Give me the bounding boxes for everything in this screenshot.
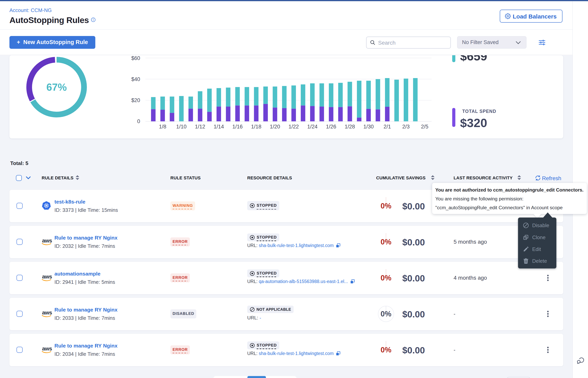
svg-text:2/5: 2/5 <box>421 124 428 130</box>
svg-text:1/10: 1/10 <box>176 124 187 130</box>
svg-text:$20: $20 <box>131 97 140 103</box>
svg-text:1/12: 1/12 <box>195 124 205 130</box>
svg-text:1/16: 1/16 <box>232 124 243 130</box>
svg-text:1/24: 1/24 <box>307 124 318 130</box>
svg-text:1/30: 1/30 <box>363 124 374 130</box>
svg-text:2/3: 2/3 <box>402 124 410 130</box>
svg-text:0: 0 <box>137 118 140 124</box>
svg-text:1/26: 1/26 <box>326 124 336 130</box>
svg-text:1/14: 1/14 <box>214 124 224 130</box>
svg-text:1/28: 1/28 <box>345 124 355 130</box>
svg-text:$40: $40 <box>131 76 140 82</box>
svg-text:1/18: 1/18 <box>251 124 262 130</box>
svg-text:$60: $60 <box>131 55 140 61</box>
svg-text:1/22: 1/22 <box>289 124 299 130</box>
svg-text:1/20: 1/20 <box>270 124 280 130</box>
svg-text:1/8: 1/8 <box>159 124 166 130</box>
svg-text:2/1: 2/1 <box>383 124 391 130</box>
